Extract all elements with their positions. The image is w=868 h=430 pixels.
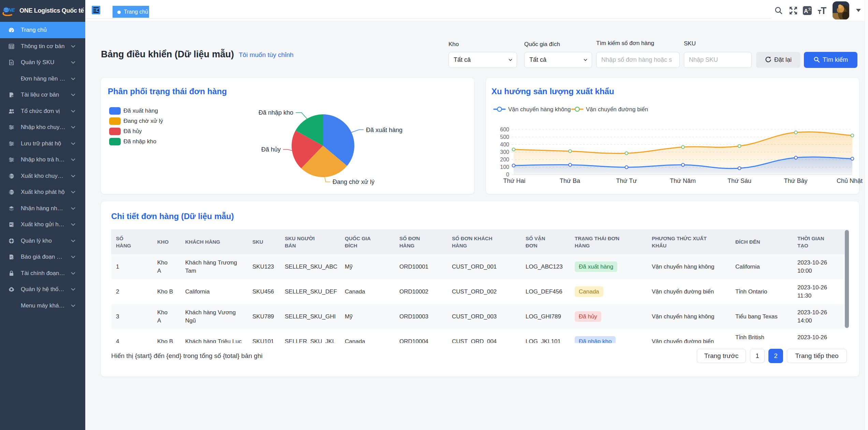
svg-text:300: 300 [500, 149, 509, 155]
svg-text:400: 400 [500, 142, 509, 147]
svg-text:Đang chờ xử lý: Đang chờ xử lý [333, 178, 374, 185]
svg-text:Thứ Hai: Thứ Hai [503, 177, 525, 184]
svg-text:Thứ Bảy: Thứ Bảy [784, 177, 807, 184]
svg-text:文: 文 [808, 7, 811, 11]
svg-text:Chủ Nhật: Chủ Nhật [837, 177, 863, 184]
svg-text:100: 100 [500, 164, 509, 170]
svg-text:Đã nhập kho: Đã nhập kho [259, 109, 293, 116]
svg-text:0: 0 [506, 172, 509, 177]
svg-text:Đã hủy: Đã hủy [261, 146, 281, 153]
svg-text:Thứ Năm: Thứ Năm [670, 177, 696, 184]
svg-text:A: A [804, 8, 808, 14]
svg-text:500: 500 [500, 134, 509, 140]
svg-text:200: 200 [500, 157, 509, 162]
svg-text:Thứ Tư: Thứ Tư [616, 177, 637, 184]
svg-text:Thứ Ba: Thứ Ba [560, 177, 580, 184]
svg-text:600: 600 [500, 127, 509, 132]
svg-text:Thứ Sáu: Thứ Sáu [727, 177, 751, 184]
svg-text:NE: NE [8, 7, 15, 13]
svg-text:Vận chuyển hàng không: Vận chuyển hàng không [508, 106, 571, 113]
svg-text:ZIP: ZIP [10, 224, 12, 225]
svg-text:Vận chuyển đường biển: Vận chuyển đường biển [586, 106, 648, 113]
svg-text:Đã xuất hàng: Đã xuất hàng [366, 127, 402, 133]
